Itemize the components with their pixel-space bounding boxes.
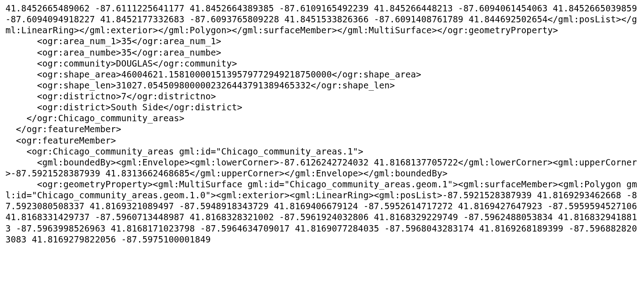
gml-xml-source: 41.8452665489062 -87.6111225641177 41.84… (0, 0, 644, 247)
